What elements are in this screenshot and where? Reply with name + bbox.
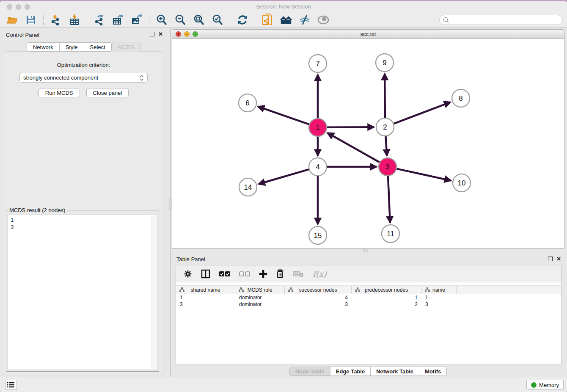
task-history-button[interactable] (5, 380, 17, 390)
edge-3-11[interactable] (388, 176, 390, 223)
network-view-window: ✕ − + scc.txt 7968124314101511 (172, 29, 564, 248)
edge-1-6[interactable] (258, 107, 309, 124)
add-row-icon[interactable] (259, 270, 267, 278)
mcds-tab-content: Optimization criterion: strongly connect… (4, 51, 163, 375)
edge-2-8[interactable] (394, 102, 451, 124)
open-file-icon[interactable] (5, 14, 19, 26)
column-header-successor-nodes[interactable]: successor nodes (285, 286, 352, 294)
close-panel-button[interactable]: Close panel (86, 88, 129, 97)
table-cell: dominator (235, 301, 285, 308)
table-toolbar: f(x) (176, 265, 561, 282)
hide-details-icon[interactable] (297, 14, 312, 26)
table-body: 1dominator4113dominator323 (176, 294, 561, 308)
first-neighbors-icon[interactable] (279, 14, 293, 26)
search-input[interactable] (451, 17, 562, 23)
criterion-dropdown[interactable]: strongly connected component (19, 73, 148, 83)
node-label-1: 1 (316, 124, 319, 132)
export-network-icon[interactable] (92, 14, 107, 26)
column-header-predecessor-nodes[interactable]: predecessor nodes (352, 286, 421, 294)
tab-motifs[interactable]: Motifs (419, 367, 447, 376)
network-canvas[interactable]: 7968124314101511 (172, 39, 564, 248)
delete-icon[interactable] (276, 269, 284, 279)
table-row[interactable]: 1dominator411 (176, 294, 561, 301)
tab-node-table[interactable]: Node Table (289, 367, 330, 376)
criterion-dropdown-value: strongly connected component (23, 75, 140, 81)
network-window-titlebar[interactable]: ✕ − + scc.txt (172, 30, 564, 39)
node-table-content: f(x) shared nameMCDS rolesuccessor nodes… (176, 265, 561, 365)
tab-network-table[interactable]: Network Table (371, 367, 419, 376)
import-network-icon[interactable] (49, 14, 63, 26)
export-image-icon[interactable] (129, 14, 144, 26)
result-line: 1 (11, 216, 157, 224)
titlebar: Session: New Session (0, 1, 567, 12)
memory-status-icon (531, 382, 537, 388)
node-label-7: 7 (316, 60, 319, 68)
run-mcds-button[interactable]: Run MCDS (39, 88, 80, 97)
tab-mcds[interactable]: MCDS (112, 42, 140, 52)
edge-1-2[interactable] (327, 127, 374, 127)
select-all-icon[interactable] (219, 271, 230, 277)
mcds-result-group: MCDS result (2 nodes) 13 (6, 210, 159, 372)
gear-icon[interactable] (184, 270, 192, 278)
node-label-15: 15 (314, 232, 322, 240)
node-label-8: 8 (459, 94, 462, 102)
network-window-title: scc.txt (172, 31, 564, 37)
table-cell: 3 (285, 301, 352, 308)
node-label-4: 4 (316, 163, 319, 171)
mcds-result-text[interactable]: 13 (8, 215, 157, 370)
memory-button[interactable]: Memory (526, 380, 564, 390)
clone-network-icon[interactable] (260, 14, 275, 26)
export-table-icon[interactable] (111, 14, 125, 26)
node-label-6: 6 (245, 99, 249, 107)
table-cell: dominator (235, 294, 285, 301)
table-cell: 1 (421, 294, 457, 301)
close-panel-icon[interactable]: ✕ (158, 32, 163, 36)
mcds-result-title: MCDS result (2 nodes) (8, 207, 66, 213)
zoom-in-icon[interactable] (154, 14, 169, 26)
delete-table-icon[interactable] (293, 271, 304, 277)
control-panel-tabs: NetworkStyleSelectMCDS (1, 42, 166, 52)
refresh-layout-icon[interactable] (235, 14, 250, 26)
import-table-icon[interactable] (67, 14, 82, 26)
window-title: Session: New Session (0, 3, 567, 10)
node-label-3: 3 (385, 163, 389, 171)
application-window: Session: New Session (0, 0, 567, 392)
main-area: Control Panel ✕ NetworkStyleSelectMCDS O… (0, 28, 567, 378)
show-details-icon[interactable] (316, 14, 330, 26)
float-panel-icon[interactable] (150, 32, 154, 36)
deselect-all-icon[interactable] (239, 271, 250, 277)
column-header-name[interactable]: name (421, 286, 457, 294)
status-bar: Memory (0, 377, 567, 392)
tab-style[interactable]: Style (60, 42, 84, 52)
tab-network[interactable]: Network (27, 42, 60, 52)
table-cell: 1 (352, 294, 421, 301)
edge-2-9[interactable] (385, 74, 385, 118)
close-table-panel-icon[interactable]: ✕ (556, 257, 561, 261)
column-header-shared-name[interactable]: shared name (176, 286, 235, 294)
split-handle[interactable] (363, 249, 368, 252)
zoom-out-icon[interactable] (173, 14, 187, 26)
function-builder-icon[interactable]: f(x) (313, 269, 327, 279)
tab-edge-table[interactable]: Edge Table (330, 367, 371, 376)
tab-select[interactable]: Select (84, 42, 112, 52)
edge-2-3[interactable] (385, 136, 387, 156)
edge-4-14[interactable] (259, 169, 309, 184)
split-columns-icon[interactable] (201, 269, 210, 279)
table-header-row: shared nameMCDS rolesuccessor nodesprede… (176, 285, 561, 294)
list-icon (7, 382, 15, 388)
table-panel: Table Panel ✕ (172, 254, 564, 376)
zoom-fit-icon[interactable] (192, 14, 206, 26)
memory-label: Memory (539, 382, 559, 388)
node-label-9: 9 (383, 59, 386, 67)
save-session-icon[interactable] (24, 14, 38, 26)
edge-3-10[interactable] (396, 169, 451, 181)
search-field[interactable] (439, 15, 563, 25)
table-row[interactable]: 3dominator323 (176, 301, 561, 308)
edge-3-1[interactable] (328, 133, 380, 162)
zoom-selected-icon[interactable] (210, 14, 225, 26)
column-header-MCDS-role[interactable]: MCDS role (235, 286, 285, 294)
optimization-criterion-label: Optimization criterion: (4, 62, 163, 68)
search-icon (443, 17, 449, 23)
float-table-panel-icon[interactable] (548, 257, 553, 261)
result-scrollbar[interactable] (151, 215, 157, 369)
